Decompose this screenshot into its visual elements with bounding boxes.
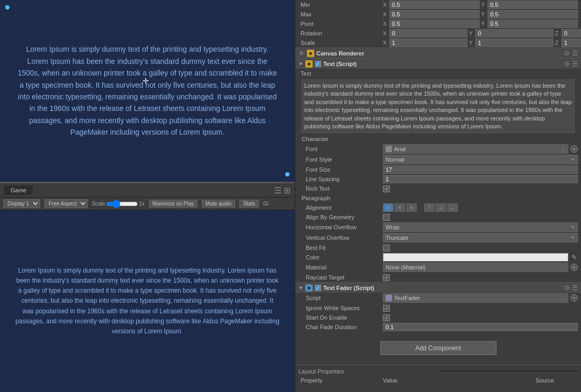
- script-circle-button[interactable]: ●: [570, 294, 578, 302]
- scale-slider[interactable]: [106, 200, 138, 208]
- game-tab-bar: Game ☰ ⊞: [0, 183, 295, 198]
- color-value: ✎: [383, 253, 578, 262]
- maximize-button[interactable]: Maximize on Play: [149, 200, 198, 208]
- font-size-value: [383, 165, 578, 174]
- line-spacing-input[interactable]: [383, 175, 578, 183]
- text-script-settings-icon[interactable]: ⚙: [564, 60, 570, 68]
- scale-y-input[interactable]: [475, 39, 554, 47]
- alignment-vertical-buttons: ⊤ ⊥ ⊥: [424, 203, 458, 212]
- max-y-input[interactable]: [488, 10, 578, 18]
- char-fade-duration-input[interactable]: [383, 323, 578, 331]
- start-on-enable-checkbox[interactable]: [383, 314, 390, 321]
- material-field[interactable]: None (Material): [383, 263, 568, 272]
- text-script-enabled-checkbox[interactable]: ✓: [315, 61, 321, 67]
- align-left-button[interactable]: ≡: [383, 203, 393, 212]
- font-selector[interactable]: Arial ▷: [383, 144, 568, 154]
- font-style-text: Normal: [386, 156, 404, 163]
- script-name: TextFader: [394, 295, 420, 301]
- text-script-collapse-icon[interactable]: ▼: [298, 61, 303, 67]
- min-y-label: Y: [481, 2, 486, 8]
- script-field[interactable]: TextFader: [383, 293, 568, 303]
- add-component-button[interactable]: Add Component: [380, 341, 496, 355]
- align-middle-button[interactable]: ⊥: [436, 203, 446, 212]
- rotation-x-input[interactable]: [389, 29, 467, 38]
- script-value: TextFader ●: [383, 293, 578, 303]
- font-style-value: Normal ▼: [383, 155, 578, 164]
- pivot-y-input[interactable]: [488, 20, 578, 28]
- horizontal-overflow-dropdown[interactable]: Wrap ▼: [383, 222, 578, 232]
- text-fader-collapse-icon[interactable]: ▼: [298, 285, 303, 291]
- add-component-container: Add Component: [295, 332, 581, 365]
- text-fader-enabled-checkbox[interactable]: ✓: [315, 285, 321, 291]
- horizontal-overflow-label: Horizontal Overflow: [298, 224, 383, 230]
- scale-value: X Y Z: [383, 39, 581, 47]
- color-picker-icon[interactable]: ✎: [570, 254, 578, 261]
- min-y-input[interactable]: [488, 1, 578, 9]
- ignore-white-spaces-checkbox[interactable]: [383, 305, 390, 312]
- mute-button[interactable]: Mute audio: [202, 200, 235, 208]
- script-object-icon: [386, 295, 392, 301]
- start-on-enable-label: Start On Enable: [298, 314, 383, 321]
- color-swatch[interactable]: [383, 253, 568, 262]
- start-on-enable-value: [383, 314, 578, 321]
- game-tab[interactable]: Game: [4, 185, 33, 195]
- text-fader-settings-icon[interactable]: ⚙: [564, 284, 570, 292]
- min-x-input[interactable]: [389, 1, 480, 9]
- char-fade-duration-value: [383, 323, 578, 331]
- rot-x-label: X: [383, 31, 388, 36]
- pivot-value: X Y: [383, 20, 578, 28]
- stats-button[interactable]: Stats: [239, 200, 259, 208]
- font-style-dropdown[interactable]: Normal ▼: [383, 155, 578, 164]
- canvas-renderer-menu-icon[interactable]: ☰: [572, 50, 578, 57]
- raycast-target-checkbox[interactable]: [383, 274, 390, 281]
- panel-lock-icon[interactable]: ⊞: [284, 185, 290, 195]
- rotation-y-input[interactable]: [475, 29, 554, 38]
- vertical-overflow-dropdown[interactable]: Truncate ▼: [383, 233, 578, 242]
- panel-menu-icon[interactable]: ☰: [274, 185, 282, 195]
- rotation-z-input[interactable]: [561, 29, 581, 38]
- scale-z-input[interactable]: [561, 39, 581, 47]
- text-content-area[interactable]: Lorem Ipsum is simply dummy text of the …: [298, 79, 578, 133]
- align-right-button[interactable]: ≡: [406, 203, 417, 212]
- min-label: Min: [298, 2, 383, 8]
- game-viewport-bottom: Lorem Ipsum is simply dummy text of the …: [0, 210, 295, 392]
- min-value: X Y: [383, 1, 578, 9]
- canvas-renderer-settings-icon[interactable]: ⚙: [564, 50, 570, 57]
- aspect-select[interactable]: Free Aspect: [44, 199, 88, 208]
- text-script-section[interactable]: ▼ ■ ✓ Text (Script) ⚙ ☰: [295, 58, 581, 69]
- text-content[interactable]: Lorem Ipsum is simply dummy text of the …: [302, 79, 575, 133]
- text-fader-section[interactable]: ▼ ■ ✓ Text Fader (Script) ⚙ ☰: [295, 282, 581, 293]
- align-center-button[interactable]: ≡: [395, 203, 405, 212]
- scale-x-input[interactable]: [389, 39, 467, 47]
- scale-z-label: Z: [555, 40, 560, 46]
- scale-prop-label: Scale: [298, 40, 383, 46]
- min-row: Min X Y: [295, 0, 581, 10]
- max-x-input[interactable]: [389, 10, 480, 18]
- max-label: Max: [298, 11, 383, 17]
- pivot-label: Pivot: [298, 21, 383, 27]
- paragraph-label: Paragraph: [298, 194, 333, 202]
- font-size-input[interactable]: [383, 165, 578, 174]
- material-circle-button[interactable]: ●: [570, 264, 578, 271]
- rich-text-value: [383, 185, 578, 192]
- align-bottom-button[interactable]: ⊥: [447, 203, 458, 212]
- max-y-label: Y: [481, 12, 486, 17]
- font-dropdown-arrow: ▷: [562, 146, 566, 152]
- text-script-menu-icon[interactable]: ☰: [572, 60, 578, 68]
- text-script-title: Text (Script): [323, 61, 562, 67]
- canvas-renderer-eye-icon[interactable]: 👁: [298, 50, 305, 57]
- display-select[interactable]: Display 1: [3, 199, 40, 208]
- vertical-overflow-label: Vertical Overflow: [298, 235, 383, 241]
- align-top-button[interactable]: ⊤: [424, 203, 435, 212]
- line-spacing-value: [383, 175, 578, 183]
- rich-text-checkbox[interactable]: [383, 185, 390, 192]
- font-circle-button[interactable]: ●: [570, 145, 578, 153]
- layout-properties-header: Layout Properties: [295, 367, 581, 376]
- pivot-x-input[interactable]: [389, 20, 480, 28]
- font-size-row: Font Size: [295, 165, 581, 174]
- best-fit-checkbox[interactable]: [383, 245, 390, 251]
- align-by-geometry-checkbox[interactable]: [383, 214, 390, 221]
- canvas-renderer-section[interactable]: 👁 ■ Canvas Renderer ⚙ ☰: [295, 48, 581, 58]
- text-fader-menu-icon[interactable]: ☰: [572, 284, 578, 292]
- pivot-row: Pivot X Y: [295, 19, 581, 29]
